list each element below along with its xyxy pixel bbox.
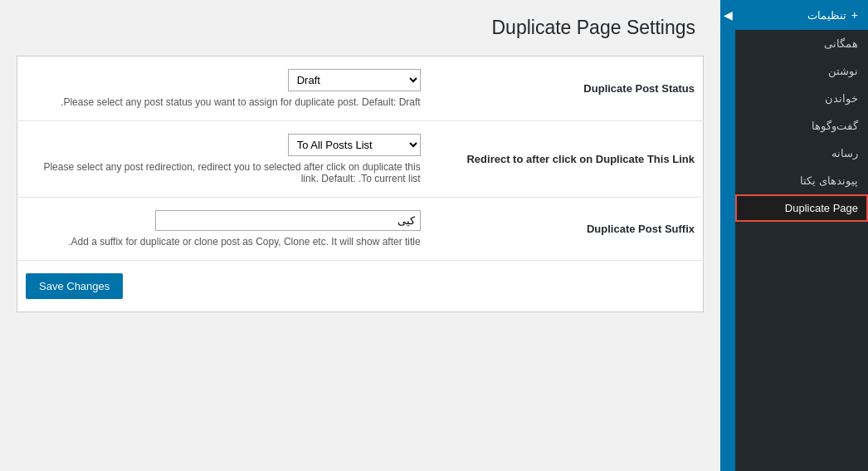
suffix-field-col: .Add a suffix for duplicate or clone pos… [17, 198, 429, 261]
post-status-row: Draft Published Pending .Please select a… [17, 56, 704, 121]
redirect-desc: Please select any post redirection, redi… [26, 161, 421, 184]
sidebar-item-reading[interactable]: خواندن [735, 85, 868, 112]
post-status-desc: .Please select any post status you want … [26, 96, 421, 108]
sidebar-item-media[interactable]: رسانه [735, 140, 868, 167]
sidebar-item-duplicate-page[interactable]: Duplicate Page [735, 194, 868, 222]
sidebar-item-permalinks[interactable]: پیوندهای یکتا [735, 167, 868, 194]
sidebar-header-label: تنظیمات [807, 9, 846, 22]
save-cell: Save Changes [17, 261, 704, 312]
arrow-indicator: ◀ [720, 0, 735, 471]
settings-icon: + [851, 8, 858, 22]
sidebar-item-general[interactable]: همگانی [735, 30, 868, 57]
settings-table: Draft Published Pending .Please select a… [17, 56, 704, 312]
suffix-row: .Add a suffix for duplicate or clone pos… [17, 198, 704, 261]
suffix-desc: .Add a suffix for duplicate or clone pos… [26, 236, 421, 248]
redirect-row: To All Posts List To current list To new… [17, 121, 704, 198]
sidebar-item-writing[interactable]: نوشتن [735, 57, 868, 85]
sidebar-wrapper: ◀ + تنظیمات همگانی نوشتن خواندن گفت‌وگوه… [720, 0, 868, 471]
redirect-select[interactable]: To All Posts List To current list To new… [288, 134, 421, 156]
suffix-input[interactable] [155, 210, 421, 231]
suffix-label: Duplicate Post Suffix [429, 198, 704, 261]
save-row: Save Changes [17, 261, 704, 312]
post-status-select[interactable]: Draft Published Pending [288, 69, 421, 91]
sidebar: + تنظیمات همگانی نوشتن خواندن گفت‌وگوها … [735, 0, 868, 471]
redirect-label: Redirect to after click on Duplicate Thi… [429, 121, 704, 198]
redirect-field-col: To All Posts List To current list To new… [17, 121, 429, 198]
sidebar-header: + تنظیمات [735, 0, 868, 30]
page-title: Duplicate Page Settings [17, 17, 704, 39]
post-status-label: Duplicate Post Status [429, 56, 704, 121]
save-button[interactable]: Save Changes [26, 273, 123, 299]
sidebar-item-discussion[interactable]: گفت‌وگوها [735, 112, 868, 140]
post-status-field-col: Draft Published Pending .Please select a… [17, 56, 429, 121]
